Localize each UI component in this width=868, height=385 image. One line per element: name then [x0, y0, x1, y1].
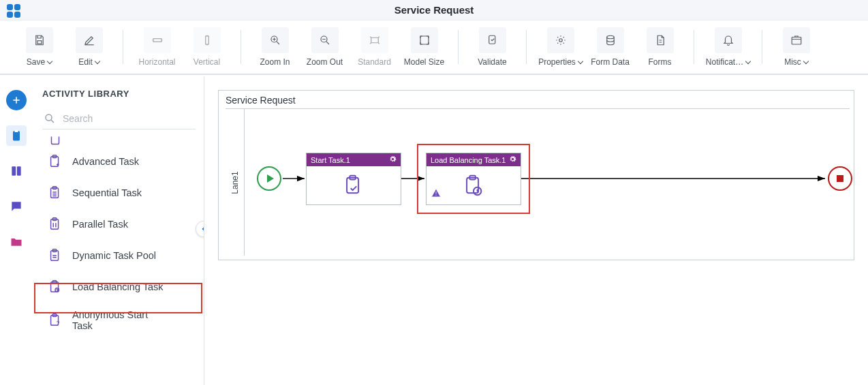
task-title: Start Task.1 [311, 156, 350, 164]
form-data-label: Form Data [591, 57, 630, 67]
start-task-node[interactable]: Start Task.1 [306, 153, 401, 205]
advanced-task-icon [46, 153, 64, 170]
task-header[interactable]: Load Balancing Task.1 [427, 153, 521, 166]
properties-button[interactable]: Properties [542, 27, 579, 67]
horizontal-label: Horizontal [138, 57, 175, 67]
canvas-title: Service Request [226, 95, 296, 106]
edit-label: Edit [78, 57, 93, 67]
misc-button[interactable]: Misc [777, 27, 815, 67]
validate-icon [479, 27, 506, 53]
warning-icon [431, 187, 441, 200]
activity-library-panel: ACTIVITY LIBRARY Advanced Task Sequenti [33, 76, 204, 385]
notifications-label: Notificat… [706, 57, 743, 67]
search-icon [44, 112, 56, 125]
misc-icon [783, 27, 810, 53]
search-input[interactable] [61, 112, 194, 125]
edit-icon [76, 27, 103, 53]
activity-library-title: ACTIVITY LIBRARY [42, 89, 196, 99]
svg-rect-5 [371, 37, 378, 43]
gear-icon[interactable] [509, 155, 516, 164]
load-balancing-task-node[interactable]: Load Balancing Task.1 [426, 153, 521, 205]
svg-rect-10 [792, 37, 801, 45]
validate-button[interactable]: Validate [474, 27, 511, 67]
rail-folder-button[interactable] [6, 232, 27, 252]
save-button[interactable]: Save [20, 27, 58, 67]
forms-button[interactable]: Forms [641, 27, 679, 67]
main-area: ACTIVITY LIBRARY Advanced Task Sequenti [0, 76, 868, 385]
toolbar-separator [694, 30, 694, 64]
gear-icon [547, 27, 574, 53]
svg-point-9 [606, 35, 614, 39]
vertical-label: Vertical [193, 57, 220, 67]
form-data-button[interactable]: Form Data [591, 27, 629, 67]
validate-label: Validate [478, 57, 506, 67]
notifications-button[interactable]: Notificat… [709, 27, 747, 67]
play-icon [267, 174, 274, 183]
toolbar-separator [458, 30, 459, 64]
svg-rect-11 [13, 131, 20, 140]
task-header[interactable]: Start Task.1 [307, 153, 401, 166]
form-data-icon [597, 27, 624, 53]
svg-point-8 [559, 39, 562, 42]
activity-search[interactable] [42, 108, 196, 129]
toolbar: Save Edit Horizontal Vertical Zoom In Zo… [0, 20, 868, 75]
task-icon [46, 136, 64, 146]
title-bar: Service Request [0, 0, 868, 20]
activity-item-label: Dynamic Task Pool [72, 250, 156, 261]
gear-icon[interactable] [389, 155, 397, 164]
rail-columns-button[interactable] [6, 161, 27, 181]
svg-point-15 [46, 114, 52, 121]
task-title: Load Balancing Task.1 [431, 156, 506, 164]
activity-item-anonymous-start-task[interactable]: ? Anonymous Start Task [42, 303, 196, 338]
lane-label: Lane1 [230, 171, 240, 194]
zoom-in-button[interactable]: Zoom In [256, 27, 294, 67]
edit-button[interactable]: Edit [70, 27, 108, 67]
model-size-label: Model Size [404, 57, 444, 67]
activity-item-sequential-task[interactable]: Sequential Task [42, 177, 196, 209]
workflow-canvas[interactable]: Service Request Lane1 [218, 90, 854, 260]
activity-item-label: Sequential Task [72, 187, 142, 198]
svg-text:?: ? [57, 320, 60, 326]
end-node[interactable] [828, 166, 852, 191]
lane-label-column[interactable]: Lane1 [226, 109, 245, 256]
svg-rect-0 [37, 41, 42, 44]
sequential-task-icon [46, 184, 64, 202]
dynamic-task-pool-icon [46, 247, 64, 264]
save-label: Save [27, 57, 45, 67]
rail-clipboard-button[interactable] [6, 125, 27, 146]
model-size-button[interactable]: Model Size [405, 27, 443, 67]
activity-item-advanced-task[interactable]: Advanced Task [42, 146, 196, 177]
swimlane[interactable]: Lane1 [226, 108, 850, 256]
left-rail [0, 76, 33, 385]
zoom-in-icon [262, 27, 289, 53]
properties-label: Properties [538, 57, 576, 67]
zoom-standard-label: Standard [358, 57, 391, 67]
page-title: Service Request [394, 4, 474, 16]
zoom-out-label: Zoom Out [307, 57, 343, 67]
zoom-out-icon [311, 27, 339, 53]
start-node[interactable] [257, 166, 281, 191]
chevron-down-icon [95, 59, 100, 64]
clipped-row [42, 136, 196, 146]
activity-item-parallel-task[interactable]: Parallel Task [42, 209, 196, 240]
activity-item-label: Anonymous Start Task [72, 309, 168, 331]
svg-rect-1 [153, 39, 161, 42]
chevron-down-icon [803, 59, 809, 64]
stop-icon [837, 175, 843, 182]
add-button[interactable] [6, 90, 27, 110]
zoom-out-button[interactable]: Zoom Out [306, 27, 343, 67]
chevron-down-icon [745, 59, 751, 64]
zoom-standard-icon [361, 27, 388, 53]
svg-rect-14 [17, 166, 21, 175]
svg-rect-12 [15, 130, 18, 132]
apps-icon[interactable] [7, 4, 20, 18]
collapse-panel-button[interactable] [196, 221, 204, 237]
activity-item-label: Parallel Task [72, 219, 128, 230]
activity-item-label: Advanced Task [72, 156, 139, 167]
rail-chat-button[interactable] [6, 196, 27, 217]
canvas-wrap[interactable]: Service Request Lane1 [204, 76, 868, 385]
activity-item-load-balancing-task[interactable]: Load Balancing Task [42, 271, 196, 303]
activity-item-dynamic-task-pool[interactable]: Dynamic Task Pool [42, 240, 196, 271]
bell-icon [715, 27, 742, 53]
chevron-down-icon [47, 59, 52, 64]
